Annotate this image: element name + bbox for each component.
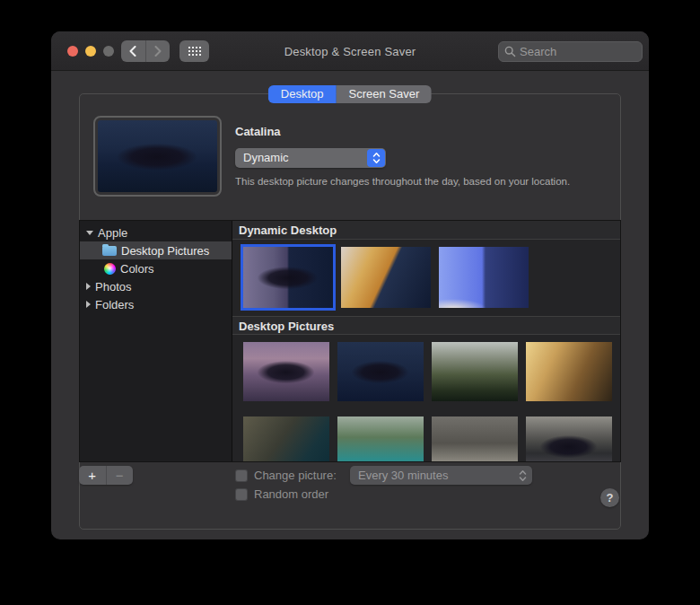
remove-folder-button[interactable]: − bbox=[106, 466, 134, 485]
interval-value: Every 30 minutes bbox=[358, 469, 448, 482]
sidebar-item-photos[interactable]: Photos bbox=[80, 277, 232, 295]
wallpaper-info: Catalina Dynamic This desktop picture ch… bbox=[235, 125, 612, 187]
chevron-right-icon bbox=[154, 46, 162, 57]
close-button[interactable] bbox=[67, 46, 78, 57]
random-order-checkbox[interactable] bbox=[235, 488, 248, 501]
thumbnail-catalina-day[interactable] bbox=[243, 342, 329, 401]
sidebar-item-desktop-pictures[interactable]: Desktop Pictures bbox=[80, 241, 232, 259]
desktop-pictures-row-1 bbox=[232, 335, 620, 409]
show-all-button[interactable] bbox=[179, 40, 209, 62]
thumbnail-green-coastline[interactable] bbox=[337, 416, 424, 461]
desktop-pictures-row-2 bbox=[232, 409, 620, 461]
wallpaper-description: This desktop picture changes throughout … bbox=[235, 176, 612, 187]
dynamic-mode-popup[interactable]: Dynamic bbox=[235, 148, 386, 168]
random-order-row: Random order bbox=[235, 487, 328, 501]
search-input[interactable] bbox=[520, 45, 636, 58]
thumbnail-solid-gradient-dynamic[interactable] bbox=[439, 247, 529, 308]
up-down-chevrons-icon bbox=[519, 469, 527, 482]
wallpaper-preview-frame bbox=[93, 116, 222, 197]
popup-stepper bbox=[367, 149, 385, 167]
thumbnail-catalina-night[interactable] bbox=[337, 342, 424, 401]
sidebar-item-label: Apple bbox=[98, 226, 127, 240]
wallpaper-name: Catalina bbox=[235, 125, 612, 138]
thumbnail-island-storm[interactable] bbox=[526, 416, 612, 461]
add-folder-button[interactable]: + bbox=[79, 466, 106, 485]
disclosure-right-icon[interactable] bbox=[86, 283, 91, 290]
thumbnail-catalina-dynamic[interactable] bbox=[243, 247, 333, 308]
back-button[interactable] bbox=[121, 40, 146, 62]
sidebar-item-label: Desktop Pictures bbox=[121, 244, 209, 258]
thumbnail-stormy-sea[interactable] bbox=[432, 416, 518, 461]
sidebar-item-colors[interactable]: Colors bbox=[80, 259, 232, 277]
section-header-desktop-pictures: Desktop Pictures bbox=[232, 316, 620, 335]
sidebar-item-label: Photos bbox=[95, 280, 131, 294]
search-field[interactable] bbox=[498, 41, 643, 62]
sidebar-item-label: Folders bbox=[95, 298, 134, 311]
disclosure-down-icon[interactable] bbox=[86, 231, 93, 235]
disclosure-right-icon[interactable] bbox=[86, 301, 91, 308]
dynamic-mode-value: Dynamic bbox=[243, 151, 289, 164]
tab-screen-saver[interactable]: Screen Saver bbox=[336, 85, 432, 103]
picture-browser-panel: Apple Desktop Pictures Colors Photos Fol… bbox=[79, 220, 621, 462]
sidebar-item-label: Colors bbox=[120, 262, 154, 276]
sidebar-item-apple[interactable]: Apple bbox=[80, 224, 232, 241]
source-list: Apple Desktop Pictures Colors Photos Fol… bbox=[80, 221, 232, 461]
thumbnail-catalina-cliffs[interactable] bbox=[432, 342, 518, 401]
up-down-chevrons-icon bbox=[372, 152, 381, 164]
thumbnail-pane: Dynamic Desktop Desktop Pictures bbox=[232, 221, 620, 461]
add-remove-buttons: + − bbox=[79, 466, 133, 485]
forward-button[interactable] bbox=[146, 40, 171, 62]
random-order-label: Random order bbox=[254, 487, 328, 501]
popup-stepper-disabled bbox=[513, 467, 531, 484]
change-picture-checkbox[interactable] bbox=[235, 469, 248, 482]
zoom-button[interactable] bbox=[103, 46, 114, 57]
dynamic-desktop-row bbox=[232, 240, 620, 316]
title-bar: Desktop & Screen Saver bbox=[51, 31, 649, 71]
grid-icon bbox=[188, 47, 201, 57]
thumbnail-mojave-dynamic[interactable] bbox=[341, 247, 431, 308]
colors-sphere-icon bbox=[104, 263, 116, 275]
folder-icon bbox=[102, 246, 117, 256]
change-picture-row: Change picture: bbox=[235, 469, 337, 482]
preferences-window: Desktop & Screen Saver bbox=[51, 31, 649, 539]
interval-popup[interactable]: Every 30 minutes bbox=[350, 466, 532, 485]
thumbnail-rock-formation[interactable] bbox=[243, 416, 329, 461]
sidebar-item-folders[interactable]: Folders bbox=[80, 295, 232, 313]
tab-bar: Desktop Screen Saver bbox=[268, 85, 432, 103]
thumbnail-catalina-sunset-cliffs[interactable] bbox=[526, 342, 612, 401]
wallpaper-preview-image bbox=[98, 120, 217, 192]
minimize-button[interactable] bbox=[85, 46, 96, 57]
search-icon bbox=[504, 46, 516, 57]
navigation-buttons bbox=[121, 40, 170, 62]
tab-desktop[interactable]: Desktop bbox=[268, 85, 337, 103]
change-picture-label: Change picture: bbox=[254, 469, 337, 482]
chevron-left-icon bbox=[129, 46, 136, 57]
help-button[interactable]: ? bbox=[600, 488, 619, 507]
section-header-dynamic-desktop: Dynamic Desktop bbox=[232, 221, 620, 240]
